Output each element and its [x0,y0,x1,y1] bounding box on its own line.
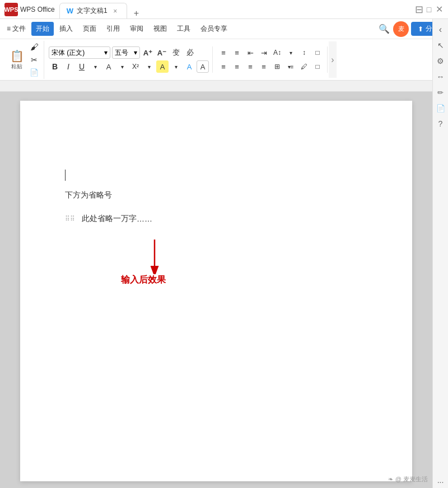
menu-item-page[interactable]: 页面 [78,22,101,36]
ribbon-collapse-button[interactable]: › [329,41,337,78]
panel-doc-icon[interactable]: 📄 [435,102,447,114]
tab-close-button[interactable]: × [111,7,120,16]
font-increase-icon: A⁺ [143,49,152,57]
underline-button[interactable]: U [76,60,88,73]
menu-item-tools-label: 工具 [177,24,190,34]
share-icon: ⬆ [418,25,423,33]
char-shading-button[interactable]: A [183,60,195,73]
para-fill-button[interactable]: 🖊 [298,60,310,73]
menu-item-review[interactable]: 审阅 [125,22,148,36]
menu-item-vip[interactable]: 会员专享 [196,22,232,36]
font-increase-button[interactable]: A⁺ [142,46,154,59]
columns-button[interactable]: ⊞ [271,60,283,73]
panel-more-icon[interactable]: ··· [435,476,447,488]
menu-item-vip-label: 会员专享 [200,24,227,34]
format-brush-button[interactable]: 🖌 [28,41,40,53]
user-avatar: 麦 [393,21,409,37]
align-justify-button[interactable]: ≡ [258,60,270,73]
cursor-line [65,168,367,181]
char-btn-a[interactable]: A [197,60,209,73]
search-icon[interactable]: 🔍 [379,24,390,35]
font-transform-button[interactable]: 变 [170,46,182,59]
font-family-value: 宋体 (正文) [52,48,85,58]
paste-label: 粘贴 [11,63,22,71]
font-decrease-icon: A⁻ [157,49,166,57]
file-menu[interactable]: ≡ 文件 [2,22,30,36]
ruler [0,81,432,92]
maximize-button[interactable]: □ [424,5,433,14]
menu-item-page-label: 页面 [83,24,96,34]
wps-logo: WPS [4,3,18,16]
file-menu-label: ≡ 文件 [7,24,26,34]
copy-button[interactable]: 📄 [28,67,40,79]
drag-handle-icon[interactable]: ⠿⠿ [65,215,75,223]
arrow-svg [143,235,177,274]
panel-pen-icon[interactable]: ✏ [435,86,447,98]
panel-node-icon[interactable]: ⚙ [435,55,447,67]
tab-bar: W 文字文稿1 × + [59,0,412,18]
menu-item-insert-label: 插入 [59,24,73,34]
italic-button[interactable]: I [62,60,74,73]
close-button[interactable]: ✕ [435,5,444,14]
superscript-button[interactable]: X² [129,60,142,73]
highlight-arrow[interactable]: ▾ [170,60,182,73]
cut-button[interactable]: ✂ [28,54,40,66]
copy-icon: 📄 [30,68,39,77]
right-panel: ‹ ↖ ⚙ ↔ ✏ 📄 ? ··· [432,19,448,488]
linespacing-button[interactable]: ▾≡ [284,60,297,73]
menu-item-insert[interactable]: 插入 [55,22,77,36]
outdent-button[interactable]: ⇥ [258,46,270,59]
border-btn[interactable]: □ [311,60,324,73]
active-tab[interactable]: W 文字文稿1 × [59,3,127,18]
menu-item-reference-label: 引用 [106,24,120,34]
font-decrease-button[interactable]: A⁻ [156,46,168,59]
doc-line2-suffix: …… [137,214,152,223]
menu-bar: ≡ 文件 开始 插入 页面 引用 审阅 视图 工具 会员专享 🔍 麦 ⬆ 分享 [0,19,448,39]
list-bullet-button[interactable]: ≡ [217,46,230,59]
bold-button[interactable]: B [49,60,61,73]
title-bar-controls: ⊟ □ ✕ [412,5,444,14]
highlight-button[interactable]: A [156,60,169,73]
align-right-button[interactable]: ≡ [244,60,256,73]
superscript-arrow[interactable]: ▾ [143,60,155,73]
para-border-button[interactable]: □ [311,46,324,59]
font-size-arrow: ▾ [134,49,137,57]
para-style-button[interactable]: A↕ [271,46,283,59]
font-must-button[interactable]: 必 [184,46,196,59]
format-brush-icon: 🖌 [30,42,39,51]
menu-item-start[interactable]: 开始 [31,22,54,36]
font-family-arrow: ▾ [104,49,108,57]
list-number-button[interactable]: ≡ [231,46,243,59]
sort-button[interactable]: ↕ [298,46,310,59]
paste-button[interactable]: 📋 粘贴 [7,41,27,79]
font-transform-icon: 变 [172,48,180,58]
tab-add-button[interactable]: + [128,8,144,18]
menu-item-view[interactable]: 视图 [149,22,171,36]
app-name: WPS Office [20,6,55,13]
doc-icon: W [67,7,73,15]
align-left-button[interactable]: ≡ [217,60,230,73]
underline-arrow[interactable]: ▾ [89,60,101,73]
document-page: 下方为省略号 ⠿⠿ 此处省略一万字 …… 输入后效果 [20,101,412,481]
para-arrow[interactable]: ▾ [284,46,297,59]
paragraph-group: ≡ ≡ ⇤ ⇥ A↕ ▾ ↕ □ ≡ ≡ ≡ ≡ ⊞ ▾≡ 🖊 □ [214,46,328,73]
indent-button[interactable]: ⇤ [244,46,256,59]
annotation-text: 输入后效果 [121,274,166,286]
menu-item-review-label: 审阅 [130,24,143,34]
panel-resize-icon[interactable]: ↔ [435,71,447,83]
panel-help-icon[interactable]: ? [435,118,447,130]
font-color-button[interactable]: A [102,60,115,73]
doc-line2-prefix: 此处省略一万字 [82,214,137,224]
align-center-button[interactable]: ≡ [231,60,243,73]
font-group: 宋体 (正文) ▾ 五号 ▾ A⁺ A⁻ 变 必 B I U ▾ [45,46,213,73]
panel-collapse-icon[interactable]: ‹ [435,24,447,36]
main-document-area[interactable]: 下方为省略号 ⠿⠿ 此处省略一万字 …… 输入后效果 ❧ @ [0,92,432,488]
title-bar-left: WPS WPS Office [4,3,55,16]
menu-item-reference[interactable]: 引用 [102,22,124,36]
menu-item-tools[interactable]: 工具 [172,22,195,36]
font-family-selector[interactable]: 宋体 (正文) ▾ [49,46,110,59]
font-color-arrow[interactable]: ▾ [116,60,128,73]
doc-line2: ⠿⠿ 此处省略一万字 …… [65,214,367,224]
font-size-selector[interactable]: 五号 ▾ [112,46,140,59]
panel-cursor-icon[interactable]: ↖ [435,39,447,51]
